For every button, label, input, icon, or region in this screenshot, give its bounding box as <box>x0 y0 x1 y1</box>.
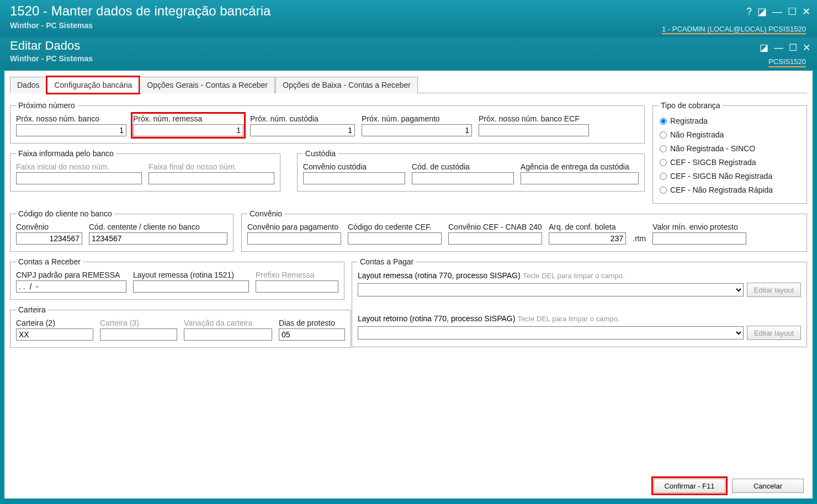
edit-icon[interactable]: ◪ <box>757 6 767 18</box>
inner-titlebar: Editar Dados Winthor - PC Sistemas ◪ — ☐… <box>0 38 817 70</box>
input-layout-rem-1521[interactable] <box>133 280 249 293</box>
legend-faixa: Faixa informada pelo banco <box>16 149 116 158</box>
label-prefixo-remessa: Prefixo Remessa <box>256 270 338 279</box>
close-icon[interactable]: ✕ <box>802 6 810 18</box>
group-custodia: Custódia Convênio custódia Cód. de custó… <box>297 149 645 192</box>
input-conv-custodia[interactable] <box>303 172 405 184</box>
label-dias-protesto: Dias de protesto <box>279 319 345 327</box>
input-prox-ecf[interactable] <box>479 124 589 136</box>
group-cliente-banco: Código do cliente no banco Convênio Cód.… <box>10 209 234 252</box>
hint-del-remessa: Tecle DEL para limpar o campo. <box>523 272 625 280</box>
select-layout-retorno-770[interactable] <box>358 326 744 339</box>
user-info: 1 - PCADMIN (LOCAL@LOCAL) PCSIS1520 <box>662 25 806 34</box>
radio-nao-reg-sinco[interactable]: Não Registrada - SINCO <box>660 144 800 153</box>
label-cnpj-remessa: CNPJ padrão para REMESSA <box>16 270 126 279</box>
input-prox-pagamento[interactable] <box>362 124 472 136</box>
label-layout-retorno-770: Layout retorno (rotina 770, processo SIS… <box>358 314 515 323</box>
group-convenio: Convênio Convênio para pagamento Código … <box>241 209 807 252</box>
tab-dados[interactable]: Dados <box>10 77 46 93</box>
help-icon[interactable]: ? <box>746 6 752 18</box>
radio-cef-sigcb-reg[interactable]: CEF - SIGCB Registrada <box>660 158 800 167</box>
legend-cliente: Código do cliente no banco <box>16 209 114 218</box>
input-conv-cnab240[interactable] <box>448 232 542 245</box>
inner-title: Editar Dados <box>10 39 807 53</box>
legend-tipo: Tipo de cobrança <box>659 101 723 110</box>
input-cod-cedente-cef[interactable] <box>348 232 442 245</box>
btn-editar-layout-ret: Editar layout <box>747 326 801 340</box>
input-convenio[interactable] <box>16 232 82 245</box>
tabs: Dados Configuração bancária Opções Gerai… <box>10 76 807 93</box>
group-faixa-banco: Faixa informada pelo banco Faixa inicial… <box>10 149 280 192</box>
label-cod-custodia: Cód. de custódia <box>412 162 514 171</box>
legend-receber: Contas a Receber <box>16 257 83 266</box>
input-dias-protesto[interactable] <box>279 328 345 341</box>
input-prox-nosso-num[interactable] <box>16 124 126 136</box>
radio-cef-sigcb-nao[interactable]: CEF - SIGCB Não Registrada <box>660 172 800 181</box>
outer-titlebar: 1520 - Manter dados de integração bancár… <box>0 0 817 38</box>
workarea: Dados Configuração bancária Opções Gerai… <box>4 71 813 498</box>
input-faixa-final <box>148 172 274 184</box>
input-prox-remessa[interactable] <box>133 124 243 136</box>
input-arq-boleta[interactable] <box>549 232 626 245</box>
label-convenio: Convênio <box>16 222 82 231</box>
legend-convenio: Convênio <box>247 209 284 218</box>
label-prox-pagamento: Próx. núm. pagamento <box>362 114 472 123</box>
input-agencia-custodia[interactable] <box>521 172 639 184</box>
radio-cef-nao-rapida[interactable]: CEF - Não Registrada Rápida <box>660 185 800 194</box>
btn-confirmar[interactable]: Confirmar - F11 <box>654 479 725 493</box>
label-var-carteira: Variação da carteira <box>184 319 272 327</box>
select-layout-remessa-770[interactable] <box>358 283 744 296</box>
inner-edit-icon[interactable]: ◪ <box>760 42 768 54</box>
input-carteira3 <box>100 328 177 341</box>
btn-cancelar[interactable]: Cancelar <box>732 479 804 493</box>
label-cod-cedente-cef: Código do cedente CEF. <box>348 222 442 231</box>
label-conv-cnab240: Convênio CEF - CNAB 240 <box>448 222 542 231</box>
label-faixa-inicial: Faixa inicial do nosso núm. <box>16 162 142 171</box>
group-proximo-numero: Próximo número Próx. nosso núm. banco Pr… <box>10 101 645 144</box>
input-carteira2[interactable] <box>16 328 93 341</box>
label-agencia-custodia: Agência de entrega da custódia <box>521 162 639 171</box>
legend-pagar: Contas a Pagar <box>358 257 416 266</box>
inner-maximize-icon[interactable]: ☐ <box>789 42 797 54</box>
window-title: 1520 - Manter dados de integração bancár… <box>10 3 807 19</box>
maximize-icon[interactable]: ☐ <box>788 6 797 18</box>
input-var-carteira <box>184 328 272 341</box>
inner-close-icon[interactable]: ✕ <box>803 42 810 54</box>
label-prox-ecf: Próx. nosso núm. banco ECF <box>479 114 589 123</box>
input-faixa-inicial <box>16 172 142 184</box>
inner-code: PCSIS1520 <box>768 57 806 67</box>
group-carteira: Carteira Carteira (2) Carteira (3) Varia… <box>10 305 351 348</box>
group-tipo-cobranca: Tipo de cobrança Registrada Não Registra… <box>652 101 807 204</box>
legend-custodia: Custódia <box>303 149 338 158</box>
group-contas-pagar: Contas a Pagar Layout remessa (rotina 77… <box>352 257 807 347</box>
label-arq-boleta: Arq. de conf. boleta <box>549 222 626 231</box>
radio-registrada[interactable]: Registrada <box>660 116 800 125</box>
input-prox-custodia[interactable] <box>250 124 355 136</box>
tab-config-bancaria[interactable]: Configuração bancária <box>47 77 139 93</box>
label-layout-rem-1521: Layout remessa (rotina 1521) <box>133 270 249 279</box>
btn-editar-layout-rem: Editar layout <box>747 283 801 297</box>
group-contas-receber: Contas a Receber CNPJ padrão para REMESS… <box>10 257 344 300</box>
tab-opcoes-baixa[interactable]: Opções de Baixa - Contas a Receber <box>275 77 418 93</box>
input-cod-custodia[interactable] <box>412 172 514 184</box>
label-faixa-final: Faixa final do nosso núm. <box>148 162 274 171</box>
label-carteira2: Carteira (2) <box>16 319 93 327</box>
label-cod-cedente: Cód. centente / cliente no banco <box>89 222 227 231</box>
label-carteira3: Carteira (3) <box>100 319 177 327</box>
label-prox-custodia: Próx. núm. custódia <box>250 114 355 123</box>
minimize-icon[interactable]: — <box>772 6 782 18</box>
input-cod-cedente[interactable] <box>89 232 227 245</box>
label-prox-remessa: Próx. núm. remessa <box>133 114 243 123</box>
label-prox-nosso-num: Próx. nosso núm. banco <box>16 114 126 123</box>
suffix-rtm: .rtm <box>633 234 646 243</box>
input-conv-pag[interactable] <box>247 232 341 245</box>
radio-nao-registrada[interactable]: Não Registrada <box>660 130 800 139</box>
tab-opcoes-gerais[interactable]: Opções Gerais - Contas a Receber <box>140 77 275 93</box>
input-cnpj-remessa[interactable] <box>16 280 126 293</box>
label-conv-pag: Convênio para pagamento <box>247 222 341 231</box>
input-valor-min-protesto[interactable] <box>652 232 746 245</box>
hint-del-retorno: Tecle DEL para limpar o campo. <box>518 315 620 323</box>
label-layout-remessa-770: Layout remessa (rotina 770, processo SIS… <box>358 271 521 280</box>
legend-carteira: Carteira <box>16 305 48 314</box>
inner-minimize-icon[interactable]: — <box>774 43 783 54</box>
